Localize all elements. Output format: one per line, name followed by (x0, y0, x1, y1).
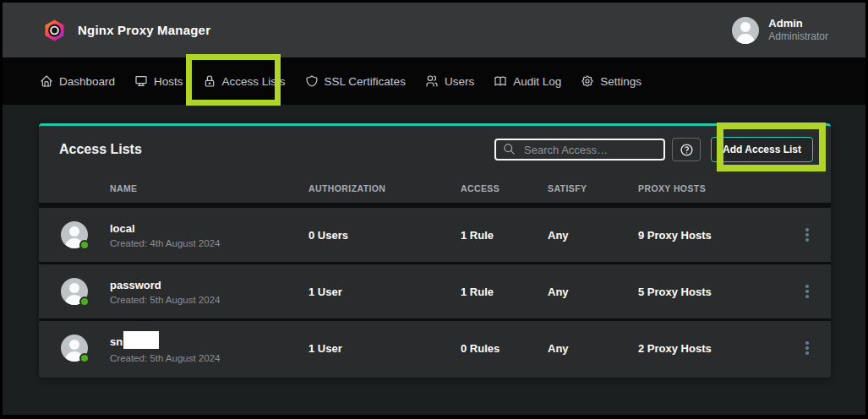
satisfy-cell: Any (548, 342, 638, 355)
nav-label: Dashboard (59, 75, 115, 88)
table-row: password Created: 5th August 2024 1 User… (39, 264, 831, 318)
satisfy-cell: Any (548, 286, 638, 298)
access-list-name: local (110, 221, 135, 236)
home-icon (40, 74, 53, 88)
row-avatar (61, 278, 88, 305)
brand-link[interactable]: Nginx Proxy Manager (43, 19, 210, 42)
table-row: local Created: 4th August 2024 0 Users 1… (39, 208, 831, 262)
book-icon (494, 74, 507, 88)
monitor-icon (134, 74, 148, 88)
access-cell: 1 Rule (461, 229, 548, 242)
nav-item-settings[interactable]: Settings (581, 74, 641, 88)
app-header: Nginx Proxy Manager Admin Administrator (3, 3, 865, 57)
help-button[interactable] (672, 138, 701, 161)
app-window: Nginx Proxy Manager Admin Administrator … (0, 0, 868, 419)
row-menu-button[interactable] (801, 336, 813, 360)
proxy-hosts-cell: 9 Proxy Hosts (638, 229, 801, 242)
content-area: Access Lists Add Access List NAME AUTHOR… (3, 105, 865, 415)
kebab-icon (805, 285, 809, 288)
redaction-box (123, 331, 159, 349)
kebab-icon (805, 341, 809, 345)
panel-actions: Add Access List (494, 137, 813, 162)
help-icon (680, 143, 694, 157)
nav-label: Users (445, 75, 474, 88)
table-header-row: NAME AUTHORIZATION ACCESS SATISFY PROXY … (39, 173, 831, 203)
shield-icon (305, 74, 319, 88)
lock-icon (203, 74, 216, 88)
status-online-dot (79, 353, 90, 363)
row-avatar (61, 221, 88, 248)
user-avatar (732, 17, 759, 44)
gear-icon (581, 74, 594, 88)
created-date: Created: 4th August 2024 (110, 238, 308, 248)
users-icon (425, 74, 439, 88)
search-box (494, 139, 665, 161)
user-name: Admin (768, 17, 828, 30)
table-row: sn Created: 5th August 2024 1 User 0 Rul… (39, 321, 831, 375)
column-header-name: NAME (110, 183, 308, 193)
satisfy-cell: Any (548, 229, 638, 242)
row-menu-button[interactable] (801, 280, 813, 303)
status-online-dot (79, 240, 90, 250)
authorization-cell: 0 Users (308, 229, 461, 242)
nav-label: Settings (600, 75, 641, 88)
nav-label: Audit Log (513, 75, 561, 88)
column-header-access: ACCESS (461, 183, 548, 193)
authorization-cell: 1 User (308, 342, 461, 355)
proxy-hosts-cell: 5 Proxy Hosts (638, 286, 801, 298)
access-lists-panel: Access Lists Add Access List NAME AUTHOR… (39, 123, 831, 378)
main-nav: Dashboard Hosts Access Lists SSL Certifi… (3, 57, 865, 105)
app-title: Nginx Proxy Manager (78, 23, 210, 37)
created-date: Created: 5th August 2024 (110, 295, 308, 305)
nav-item-hosts[interactable]: Hosts (134, 74, 183, 88)
nav-label: SSL Certificates (325, 75, 406, 88)
access-cell: 0 Rules (461, 342, 548, 355)
nav-item-ssl-certificates[interactable]: SSL Certificates (305, 74, 406, 88)
access-list-name: password (110, 278, 161, 292)
column-header-satisfy: SATISFY (548, 183, 638, 193)
access-cell: 1 Rule (461, 286, 548, 298)
authorization-cell: 1 User (308, 286, 461, 298)
user-menu[interactable]: Admin Administrator (732, 17, 828, 44)
status-online-dot (79, 297, 90, 307)
nav-item-users[interactable]: Users (425, 74, 474, 88)
app-logo-icon (43, 19, 66, 42)
kebab-icon (805, 228, 809, 231)
row-avatar (61, 335, 88, 362)
column-header-proxy-hosts: PROXY HOSTS (638, 183, 801, 193)
nav-item-access-lists[interactable]: Access Lists (203, 74, 286, 88)
nav-label: Access Lists (222, 75, 286, 88)
search-input[interactable] (494, 139, 665, 161)
nav-item-dashboard[interactable]: Dashboard (40, 74, 115, 88)
column-header-authorization: AUTHORIZATION (308, 183, 461, 193)
nav-item-audit-log[interactable]: Audit Log (494, 74, 561, 88)
created-date: Created: 5th August 2024 (110, 353, 308, 363)
add-access-list-button[interactable]: Add Access List (711, 137, 813, 162)
panel-header: Access Lists Add Access List (39, 126, 831, 173)
nav-label: Hosts (154, 75, 183, 88)
panel-title: Access Lists (59, 142, 142, 157)
row-menu-button[interactable] (801, 223, 813, 247)
user-role: Administrator (768, 30, 828, 43)
proxy-hosts-cell: 2 Proxy Hosts (638, 342, 801, 355)
access-list-name: sn (110, 335, 123, 349)
